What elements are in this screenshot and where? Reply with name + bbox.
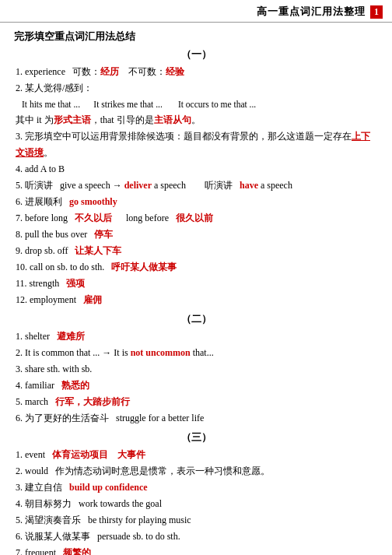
group-label-1: （一） <box>14 47 378 61</box>
list-item: 10. call on sb. to do sth. 呼吁某人做某事 <box>14 259 378 276</box>
list-item: 4. 朝目标努力 work towards the goal <box>14 496 378 512</box>
section-title: 完形填空重点词汇用法总结 <box>14 30 378 44</box>
list-item: 6. 为了更好的生活奋斗 struggle for a better life <box>14 410 378 427</box>
list-item: 11. strength 强项 <box>14 276 378 292</box>
header-title: 高一重点词汇用法整理 <box>257 5 366 19</box>
group-label-3: （三） <box>14 430 378 444</box>
page-header: 高一重点词汇用法整理 1 <box>0 0 392 23</box>
list-item: 7. frequent 频繁的 <box>14 545 378 555</box>
list-item: 2. It is common that ... → It is not unc… <box>14 345 378 361</box>
list-item: 2. 某人觉得/感到： <box>14 80 378 97</box>
list-item: 1. event 体育运动项目 大事件 <box>14 447 378 463</box>
list-item: 6. 进展顺利 go smoothly <box>14 194 378 210</box>
list-item: 9. drop sb. off 让某人下车 <box>14 243 378 259</box>
list-item: 3. 建立自信 build up confidence <box>14 479 378 496</box>
list-item: 8. pull the bus over 停车 <box>14 227 378 243</box>
list-item: 4. familiar 熟悉的 <box>14 378 378 394</box>
list-item: It hits me that ... It strikes me that .… <box>14 97 378 112</box>
list-item: 5. 听演讲 give a speech → deliver a speech … <box>14 177 378 194</box>
list-item: 4. add A to B <box>14 161 378 177</box>
list-item: 3. 完形填空中可以运用背景排除候选项：题目都没有背景的，那么这道题一定存在上下… <box>14 128 378 161</box>
list-item: 3. share sth. with sb. <box>14 361 378 378</box>
list-item: 5. 渴望演奏音乐 be thirsty for playing music <box>14 512 378 529</box>
list-item: 2. would 作为情态动词时意思是惯常，表示一种习惯和意愿。 <box>14 463 378 479</box>
list-item: 12. employment 雇佣 <box>14 292 378 308</box>
group-label-2: （二） <box>14 312 378 326</box>
main-content: 完形填空重点词汇用法总结 （一） 1. experience 可数：经历 不可数… <box>0 26 392 555</box>
list-item: 7. before long 不久以后 long before 很久以前 <box>14 210 378 227</box>
list-item: 1. shelter 避难所 <box>14 328 378 345</box>
page-number: 1 <box>370 5 383 19</box>
list-item: 6. 说服某人做某事 persuade sb. to do sth. <box>14 529 378 545</box>
list-item: 5. march 行军，大踏步前行 <box>14 394 378 410</box>
list-item: 其中 it 为形式主语，that 引导的是主语从句。 <box>14 112 378 128</box>
list-item: 1. experience 可数：经历 不可数：经验 <box>14 64 378 80</box>
